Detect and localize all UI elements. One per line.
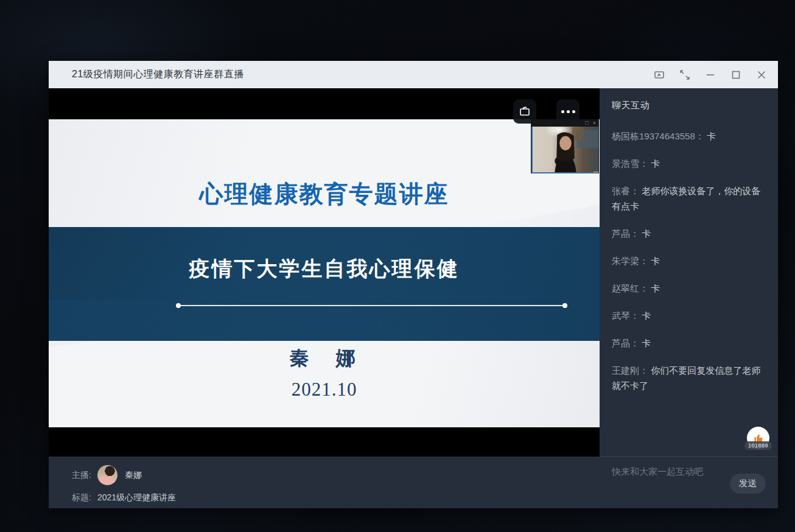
webcam-video-feed xyxy=(531,127,598,173)
window-titlebar[interactable]: 21级疫情期间心理健康教育讲座群直播 xyxy=(49,61,778,88)
chat-text: 卡 xyxy=(642,228,651,239)
chat-message: 芦晶： 卡 xyxy=(612,226,767,241)
desktop-background: 21级疫情期间心理健康教育讲座群直播 xyxy=(0,0,795,532)
video-letterbox xyxy=(49,427,600,457)
host-label: 主播: xyxy=(72,470,91,481)
chat-username: 武琴： xyxy=(612,310,642,321)
slide-presenter-name: 秦 娜 xyxy=(49,345,600,372)
chat-header: 聊天互动 xyxy=(600,88,778,111)
chat-username: 赵翠红： xyxy=(612,283,651,293)
chat-message: 赵翠红： 卡 xyxy=(612,281,767,296)
close-icon[interactable] xyxy=(751,65,772,85)
host-info-bar: 主播: 秦娜 标题: 2021级心理健康讲座 xyxy=(49,457,600,508)
chat-message: 朱学梁： 卡 xyxy=(612,253,767,268)
like-count-badge: 101889 xyxy=(744,441,772,450)
chat-username: 芦晶： xyxy=(612,228,642,239)
chat-input[interactable]: 快来和大家一起互动吧 xyxy=(612,466,703,478)
slide-subtitle: 疫情下大学生自我心理保健 xyxy=(49,255,600,283)
popup-window-icon[interactable] xyxy=(649,65,670,85)
live-video-area: 心理健康教育专题讲座 疫情下大学生自我心理保健 秦 娜 2021.10 xyxy=(49,88,600,508)
live-stream-window: 21级疫情期间心理健康教育讲座群直播 xyxy=(49,61,778,508)
webcam-overlay-window[interactable]: □ × xyxy=(531,119,599,173)
chat-text: 卡 xyxy=(642,338,651,348)
chat-username: 杨国栋19374643558： xyxy=(612,131,707,141)
host-name: 秦娜 xyxy=(125,470,142,481)
chat-panel: 聊天互动 杨国栋19374643558： 卡 景浩雪： 卡 张睿： 老师你该换设… xyxy=(600,88,778,508)
chat-input-area: 快来和大家一起互动吧 发送 xyxy=(600,457,778,508)
chat-username: 景浩雪： xyxy=(612,158,651,169)
chat-text: 卡 xyxy=(651,283,660,293)
chat-text: 卡 xyxy=(707,131,716,141)
webcam-window-controls: □ × xyxy=(531,119,599,127)
like-button[interactable]: 101889 xyxy=(747,427,770,452)
chat-message: 张睿： 老师你该换设备了，你的设备有点卡 xyxy=(612,183,767,214)
presentation-slide: 心理健康教育专题讲座 疫情下大学生自我心理保健 秦 娜 2021.10 xyxy=(49,119,600,427)
chat-text: 卡 xyxy=(642,310,651,321)
chat-username: 朱学梁： xyxy=(612,256,651,266)
webcam-close-icon[interactable]: × xyxy=(593,121,596,126)
window-controls xyxy=(649,61,772,88)
stream-title-label: 标题: xyxy=(72,492,91,503)
host-row: 主播: 秦娜 xyxy=(72,465,600,485)
chat-text: 卡 xyxy=(651,158,660,169)
maximize-icon[interactable] xyxy=(726,65,746,85)
chat-username: 张睿： xyxy=(612,186,642,196)
chat-message: 景浩雪： 卡 xyxy=(612,156,767,171)
stream-title-row: 标题: 2021级心理健康讲座 xyxy=(72,488,600,508)
chat-message: 武琴： 卡 xyxy=(612,308,767,323)
chat-message: 杨国栋19374643558： 卡 xyxy=(612,128,767,144)
chat-message-list[interactable]: 杨国栋19374643558： 卡 景浩雪： 卡 张睿： 老师你该换设备了，你的… xyxy=(612,128,767,393)
webcam-maximize-icon[interactable]: □ xyxy=(585,121,588,126)
slide-date: 2021.10 xyxy=(49,379,600,401)
chat-username: 芦晶： xyxy=(612,338,642,348)
ellipsis-icon xyxy=(561,110,575,113)
stream-title: 2021级心理健康讲座 xyxy=(97,492,176,503)
chat-username: 王建刚： xyxy=(612,365,651,376)
fullscreen-icon[interactable] xyxy=(674,65,695,85)
send-button[interactable]: 发送 xyxy=(730,474,766,494)
slide-banner: 疫情下大学生自我心理保健 xyxy=(49,227,600,341)
banner-divider-line xyxy=(178,305,565,306)
host-avatar xyxy=(97,465,117,485)
minimize-icon[interactable] xyxy=(700,65,721,85)
chat-text: 卡 xyxy=(651,256,660,266)
presenter-webcam-figure xyxy=(533,127,598,172)
window-title: 21级疫情期间心理健康教育讲座群直播 xyxy=(72,68,244,81)
chat-message: 王建刚： 你们不要回复发信息了老师就不卡了 xyxy=(612,363,767,393)
chat-message: 芦晶： 卡 xyxy=(612,335,767,351)
slide-title: 心理健康教育专题讲座 xyxy=(49,178,600,211)
